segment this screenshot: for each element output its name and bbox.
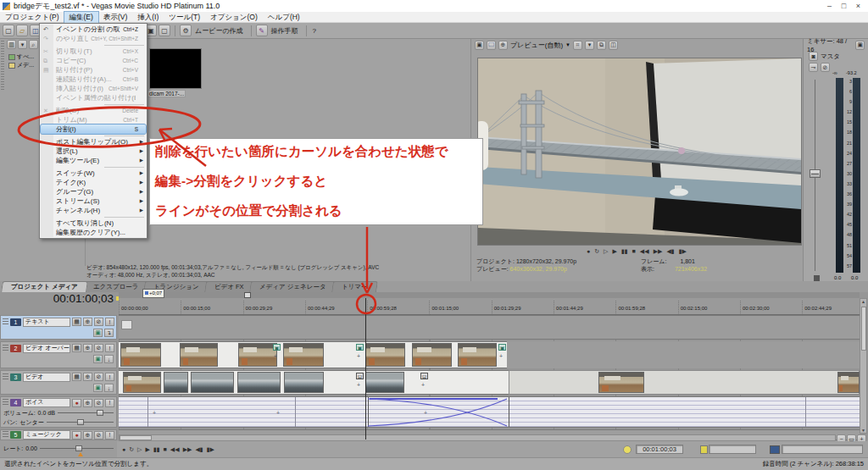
master-fader-handle[interactable] xyxy=(810,169,821,178)
mixer-dock-icon[interactable]: ▣ xyxy=(855,41,865,50)
menu-bar-item[interactable]: 表示(V) xyxy=(98,12,132,23)
transport-button[interactable]: ▶ xyxy=(146,446,150,453)
window-tab[interactable]: プロジェクト メディア xyxy=(1,281,88,292)
composite-child-icon[interactable]: ↓ xyxy=(104,384,114,392)
maximize-button[interactable]: □ xyxy=(837,1,851,12)
tree-item-media-bin[interactable]: メデ... xyxy=(8,61,34,69)
make-movie-button[interactable]: ムービーの作成 xyxy=(195,26,243,36)
fader-lock-icon[interactable] xyxy=(814,275,820,281)
track-content-video[interactable]: ⊡ + ⊡ + xyxy=(119,370,860,395)
window-tab[interactable]: トリマー xyxy=(331,281,377,292)
track-motion-icon[interactable]: ▣ xyxy=(93,355,103,363)
window-tab[interactable]: ビデオ FX xyxy=(204,281,254,292)
menu-bar-item[interactable]: 挿入(I) xyxy=(132,12,164,23)
track-drag-handle[interactable] xyxy=(3,431,8,439)
menu-bar-item[interactable]: ツール(T) xyxy=(164,12,205,23)
preview-transport-button[interactable]: ▶▶ xyxy=(654,248,663,255)
preview-quality-label[interactable]: プレビュー(自動) xyxy=(510,41,563,50)
preview-transport-button[interactable]: ■ xyxy=(632,248,636,255)
track-fx-icon[interactable]: ⊕ xyxy=(83,373,92,381)
edit-menu-item[interactable]: 連続貼り付け(A)... Ctrl+B xyxy=(41,75,146,84)
external-monitor-icon[interactable]: 🖵 xyxy=(487,41,496,50)
arm-record-icon[interactable]: ● xyxy=(72,399,81,407)
preview-transport-button[interactable]: ◀▮ xyxy=(666,248,674,255)
mute-icon[interactable]: ⊘ xyxy=(94,373,103,381)
track-drag-handle[interactable] xyxy=(3,318,8,326)
track-name-field[interactable]: テキスト xyxy=(23,318,70,327)
text-event[interactable] xyxy=(121,320,132,329)
vertical-scrollbar[interactable]: ▲▼ xyxy=(860,298,867,434)
edit-menu-item[interactable]: テイク(K) ▶ xyxy=(41,178,146,187)
transport-button[interactable]: ● xyxy=(122,446,125,453)
minimize-button[interactable]: – xyxy=(822,1,837,12)
track-header-music[interactable]: 5 ミュージック ● ⊕ ⊘ ! xyxy=(0,429,117,440)
edit-menu-item[interactable]: すべて取り消し(N) xyxy=(41,218,146,228)
media-search-icon[interactable]: ⌕ xyxy=(29,40,38,49)
clip-thumbnail[interactable] xyxy=(238,343,277,367)
clip-thumbnail[interactable] xyxy=(191,372,234,393)
window-tab[interactable]: メディア ジェネレータ xyxy=(249,281,336,292)
rate-slider-knob[interactable] xyxy=(75,445,82,451)
preview-transport-button[interactable]: ▮▮ xyxy=(621,248,628,255)
arm-record-icon[interactable]: ● xyxy=(72,431,81,440)
solo-icon[interactable]: ! xyxy=(105,399,114,407)
edit-menu-item[interactable]: 挿入貼り付け(I) Ctrl+Shift+V xyxy=(41,84,146,93)
preview-transport-button[interactable]: ● xyxy=(587,248,590,255)
track-name-field[interactable]: ミュージック xyxy=(23,430,70,440)
preview-quality-arrow-icon[interactable]: ▼ xyxy=(565,42,570,47)
rate-slider[interactable] xyxy=(40,448,114,449)
menu-bar-item[interactable]: プロジェクト(P) xyxy=(0,12,64,23)
clip-thumbnail[interactable] xyxy=(120,343,161,367)
event-crop-icon[interactable]: ⊡ xyxy=(356,373,364,379)
volume-slider[interactable] xyxy=(58,412,114,413)
dock-icon[interactable]: ▣ xyxy=(475,41,484,50)
show-me-how-icon[interactable]: ✎ xyxy=(256,25,268,36)
time-ruler[interactable]: 00:00:00;0000:00:15;0000:00:29;2900:00:4… xyxy=(119,298,860,315)
overlays-arrow-icon[interactable]: ▾ xyxy=(585,41,594,50)
clip-thumbnail[interactable] xyxy=(837,372,860,393)
compositing-mode-icon[interactable]: ▦ xyxy=(72,318,81,326)
transport-timecode-field[interactable]: 00:01:00;03 xyxy=(636,445,683,454)
edit-menu-item[interactable]: ストリーム(S) ▶ xyxy=(41,196,146,206)
track-header-video[interactable]: 3 ビデオ ▦ ⊕ ⊘ ! ▣ ↓ xyxy=(0,370,117,395)
cursor-handle[interactable] xyxy=(244,292,251,298)
edit-menu-item[interactable]: ⧉ コピー(C) Ctrl+C xyxy=(41,56,146,65)
preview-transport-button[interactable]: ▷ xyxy=(604,248,608,255)
close-button[interactable]: × xyxy=(851,1,865,12)
solo-icon[interactable]: ! xyxy=(105,318,114,326)
mute-icon[interactable]: ⊘ xyxy=(94,344,103,352)
track-drag-handle[interactable] xyxy=(3,399,8,406)
selection-length-field[interactable] xyxy=(782,445,863,454)
clip-thumbnail[interactable] xyxy=(598,372,644,393)
track-name-field[interactable]: ビデオ xyxy=(23,373,70,382)
panel-grip[interactable] xyxy=(1,41,4,91)
window-tab[interactable]: エクスプローラ xyxy=(83,281,148,292)
track-content-text[interactable] xyxy=(119,315,860,340)
horizontal-scrollbar[interactable] xyxy=(119,434,836,441)
clip-thumbnail[interactable] xyxy=(365,343,405,367)
media-views-arrow-icon[interactable]: ▾ xyxy=(18,40,27,49)
cursor-timecode-display[interactable]: 00:01:00;03 xyxy=(0,292,114,307)
clip-thumbnail[interactable] xyxy=(365,372,404,393)
marker-tool-icon[interactable] xyxy=(700,445,708,454)
vertical-scrollbar-thumb[interactable] xyxy=(861,307,866,351)
clip-thumbnail[interactable] xyxy=(458,343,497,367)
mute-icon[interactable]: ⊘ xyxy=(94,399,103,407)
track-drag-handle[interactable] xyxy=(3,345,8,352)
track-name-field[interactable]: ビデオ オーバーレイ xyxy=(23,344,70,353)
new-project-icon[interactable]: ▢ xyxy=(3,25,14,36)
edit-menu-item[interactable]: ▤ 貼り付け(P) Ctrl+V xyxy=(41,65,146,75)
record-device-icon[interactable] xyxy=(770,445,780,454)
media-views-icon[interactable]: ▥ xyxy=(7,40,16,49)
menu-bar-item[interactable]: ヘルプ(H) xyxy=(263,12,305,23)
edit-menu-item[interactable]: ✂ 切り取り(T) Ctrl+X xyxy=(41,47,146,56)
mute-bus-icon[interactable]: ⊘ xyxy=(821,63,830,72)
track-header-text[interactable]: 1 テキスト ▦ ⊕ ⊘ ! ▣ ↴ xyxy=(0,315,117,340)
track-motion-icon[interactable]: ▣ xyxy=(93,384,103,392)
clip-thumbnail[interactable] xyxy=(412,343,452,367)
video-fx-icon[interactable]: ⊕ xyxy=(498,41,508,50)
edit-menu-item[interactable]: 選択(L) ▶ xyxy=(41,147,146,156)
edit-menu-item[interactable]: 分割(I) S xyxy=(41,124,146,134)
transport-button[interactable]: ■ xyxy=(164,446,167,453)
scrub-lightbulb-icon[interactable] xyxy=(623,445,632,454)
